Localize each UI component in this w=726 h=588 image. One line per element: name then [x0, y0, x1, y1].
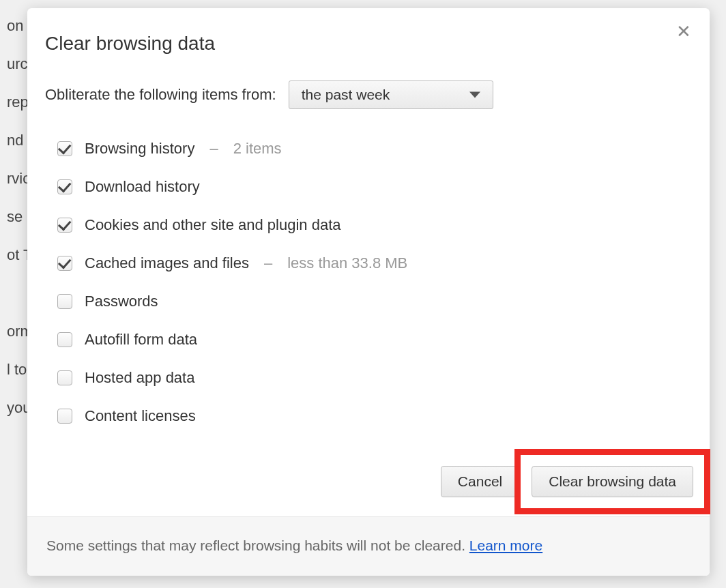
checkbox-label[interactable]: Browsing history [85, 140, 194, 158]
checkbox-label[interactable]: Hosted app data [85, 369, 194, 387]
checkbox-label[interactable]: Autofill form data [85, 331, 197, 349]
separator: – [209, 140, 218, 158]
checkbox-7[interactable] [57, 409, 72, 424]
clear-browsing-data-dialog: ✕ Clear browsing data Obliterate the fol… [27, 8, 710, 576]
chevron-down-icon [469, 92, 480, 98]
separator: – [264, 254, 272, 272]
checkbox-4[interactable] [57, 294, 72, 309]
checkbox-row: Download history [57, 168, 692, 206]
checkbox-row: Autofill form data [57, 321, 692, 359]
checkbox-1[interactable] [57, 179, 72, 194]
checkbox-2[interactable] [57, 218, 72, 233]
clear-browsing-data-button[interactable]: Clear browsing data [532, 466, 693, 497]
checkbox-row: Passwords [57, 282, 692, 321]
dialog-actions: Cancel Clear browsing data [27, 451, 710, 516]
checkbox-label[interactable]: Download history [85, 178, 200, 196]
obliterate-label: Obliterate the following items from: [45, 86, 276, 104]
checkbox-info: 2 items [233, 140, 282, 158]
dialog-title: Clear browsing data [45, 33, 692, 55]
checkbox-label[interactable]: Cached images and files [85, 254, 249, 272]
checkbox-label[interactable]: Content licenses [85, 407, 196, 425]
time-range-select[interactable]: the past week [289, 80, 493, 109]
checkbox-label[interactable]: Passwords [85, 293, 158, 310]
checkbox-5[interactable] [57, 332, 72, 347]
checkbox-0[interactable] [57, 141, 72, 156]
checkbox-row: Cookies and other site and plugin data [57, 206, 692, 244]
obliterate-row: Obliterate the following items from: the… [45, 80, 692, 109]
cancel-button[interactable]: Cancel [441, 466, 519, 497]
checkbox-row: Cached images and files–less than 33.8 M… [57, 244, 692, 282]
dialog-header: Clear browsing data [27, 8, 710, 61]
checkbox-info: less than 33.8 MB [287, 254, 407, 272]
checkbox-row: Browsing history–2 items [57, 130, 692, 168]
checkbox-row: Hosted app data [57, 359, 692, 397]
learn-more-link[interactable]: Learn more [469, 538, 542, 553]
close-icon[interactable]: ✕ [674, 22, 693, 41]
dialog-footer: Some settings that may reflect browsing … [27, 516, 710, 576]
checkbox-6[interactable] [57, 370, 72, 385]
checkbox-label[interactable]: Cookies and other site and plugin data [85, 216, 340, 234]
dialog-body: Obliterate the following items from: the… [27, 61, 710, 451]
time-range-value: the past week [302, 87, 390, 103]
checkbox-list: Browsing history–2 itemsDownload history… [45, 130, 692, 435]
checkbox-3[interactable] [57, 256, 72, 271]
checkbox-row: Content licenses [57, 397, 692, 435]
footer-text: Some settings that may reflect browsing … [46, 538, 469, 553]
